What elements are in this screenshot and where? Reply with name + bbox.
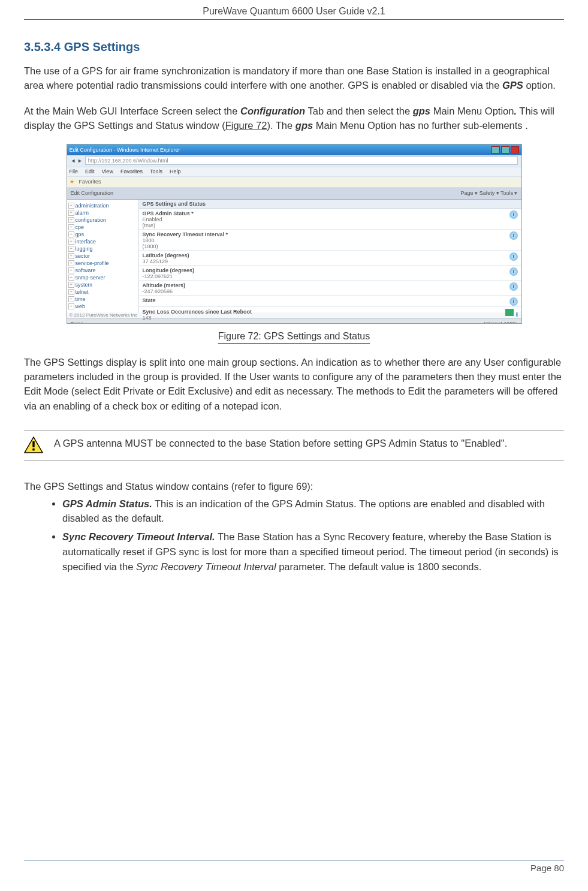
list-item: Sync Recovery Timeout Interval. The Base… (62, 529, 564, 574)
menu-bar: File Edit View Favorites Tools Help (67, 167, 521, 177)
info-icon: i (509, 210, 518, 219)
rule (24, 460, 564, 461)
screenshot-gps-settings: Edit Configuration - Windows Internet Ex… (67, 144, 522, 324)
svg-rect-1 (32, 441, 34, 447)
window-titlebar: Edit Configuration - Windows Internet Ex… (67, 145, 521, 155)
section-title: GPS Settings (64, 40, 140, 53)
section-heading: 3.5.3.4 GPS Settings (24, 40, 564, 54)
page-number: Page 80 (530, 863, 564, 873)
info-icon: i (509, 231, 518, 240)
tab-bar: Edit Configuration Page ▾ Safety ▾ Tools… (67, 188, 521, 200)
document-header: PureWave Quantum 6600 User Guide v2.1 (24, 6, 564, 20)
info-icon: i (509, 297, 518, 306)
info-icon: i (509, 252, 518, 261)
warning-text: A GPS antenna MUST be connected to the b… (54, 437, 564, 451)
list-item: GPS Admin Status. This is an indication … (62, 496, 564, 526)
paragraph-4: The GPS Settings and Status window conta… (24, 479, 564, 493)
warning-icon (24, 437, 43, 453)
bullet-list: GPS Admin Status. This is an indication … (24, 496, 564, 574)
star-icon: ★ (70, 179, 74, 185)
main-panel: GPS Settings and Status GPS Admin Status… (139, 200, 521, 312)
figure-caption: Figure 72: GPS Settings and Status (24, 331, 564, 342)
paragraph-3: The GPS Settings display is split into o… (24, 355, 564, 414)
warning-note: A GPS antenna MUST be connected to the b… (24, 434, 564, 458)
paragraph-2: At the Main Web GUI Interface Screen sel… (24, 104, 564, 133)
section-number: 3.5.3.4 (24, 40, 61, 53)
window-buttons (491, 146, 519, 153)
page-footer: Page 80 (24, 860, 564, 873)
info-icon: i (516, 312, 517, 317)
figure-72: Edit Configuration - Windows Internet Ex… (24, 144, 564, 326)
tree-nav: administration alarm configuration cpe g… (67, 200, 139, 312)
address-bar: ◄ ►http://192.168.200.6/Window.html (67, 155, 521, 167)
paragraph-1: The use of a GPS for air frame synchroni… (24, 64, 564, 93)
figure-reference: Figure 72 (225, 120, 267, 131)
info-icon: i (509, 267, 518, 276)
favorites-bar: ★ Favorites (67, 177, 521, 188)
info-icon: i (509, 282, 518, 291)
rule (24, 430, 564, 431)
svg-rect-2 (32, 448, 34, 450)
